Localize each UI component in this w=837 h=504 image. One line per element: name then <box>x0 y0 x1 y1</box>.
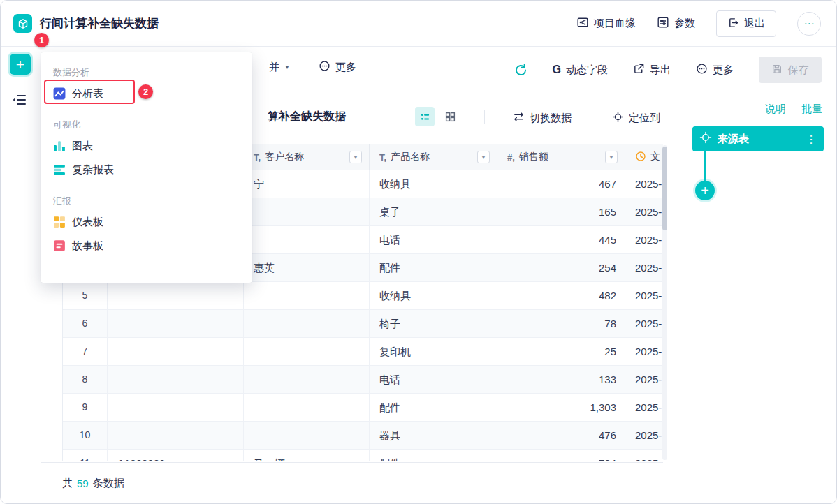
toolbar-more-right-button[interactable]: 更多 <box>696 63 734 77</box>
cell-customer <box>244 338 370 365</box>
add-step-button[interactable]: + <box>695 181 715 200</box>
table-scrollbar <box>662 145 667 460</box>
circle-more-icon <box>319 60 330 74</box>
row-count: 59 <box>77 477 89 489</box>
save-button[interactable]: 保存 <box>759 57 822 83</box>
export-button[interactable]: 导出 <box>633 63 671 77</box>
column-filter-dropdown[interactable]: ▼ <box>605 151 618 163</box>
cell-customer <box>244 198 370 225</box>
cell-customer: 宁 <box>244 170 370 198</box>
cell-sales: 1,303 <box>497 394 625 421</box>
menu-item-complex-report[interactable]: 复杂报表 <box>41 158 252 181</box>
cell-product: 收纳具 <box>370 282 497 309</box>
doc-link[interactable]: 说明 <box>765 103 786 116</box>
cell-customer <box>244 282 370 309</box>
cell-id <box>108 338 244 365</box>
menu-item-label: 复杂报表 <box>72 163 114 177</box>
cell-id <box>108 366 244 393</box>
cell-customer <box>244 366 370 393</box>
table-row[interactable]: 7复印机252025- <box>63 338 663 366</box>
node-menu-button[interactable]: ⋮ <box>806 133 817 146</box>
analysis-table-icon <box>53 87 66 100</box>
table-view-toggle[interactable] <box>415 107 435 126</box>
lineage-icon <box>576 16 589 31</box>
dynamic-field-button[interactable]: Ǥ 动态字段 <box>553 64 608 77</box>
menu-item-chart[interactable]: 图表 <box>41 134 252 158</box>
panel-links: 说明 批量 <box>765 103 822 116</box>
dynamic-field-icon: Ǥ <box>553 64 561 76</box>
plus-icon: + <box>701 184 709 198</box>
toolbar-more-left-button[interactable]: 更多 <box>319 60 356 74</box>
cell-customer <box>244 226 370 253</box>
logout-button[interactable]: 退出 <box>716 10 776 37</box>
menu-item-dashboard[interactable]: 仪表板 <box>41 210 252 234</box>
column-filter-dropdown[interactable]: ▼ <box>477 151 490 163</box>
menu-section-label: 汇报 <box>53 195 240 207</box>
cell-id <box>108 422 244 449</box>
cell-product: 复印机 <box>370 338 497 365</box>
collapse-list-button[interactable] <box>11 91 28 111</box>
cell-date: 2025- <box>625 394 663 421</box>
project-lineage-button[interactable]: 项目血缘 <box>576 16 636 31</box>
table-row[interactable]: 8电话1332025- <box>63 366 663 394</box>
menu-section-label: 可视化 <box>53 119 240 131</box>
cell-date: 2025- <box>625 366 663 393</box>
dynamic-field-label: 动态字段 <box>566 64 608 77</box>
source-table-node[interactable]: 来源表 ⋮ <box>692 126 824 151</box>
cell-product: 配件 <box>370 394 497 421</box>
create-menu-dropdown: 数据分析 分析表 可视化 图表 <box>41 52 252 283</box>
cell-product: 电话 <box>370 226 497 253</box>
merge-dropdown-button[interactable]: 并 ▼ <box>269 61 290 74</box>
cell-sales: 165 <box>497 198 625 225</box>
card-view-toggle[interactable] <box>440 107 460 126</box>
more-label: 更多 <box>713 64 734 77</box>
app-logo-icon <box>13 14 32 33</box>
cell-sales: 445 <box>497 226 625 253</box>
merge-label-partial: 并 <box>269 61 279 74</box>
table-row[interactable]: 9配件1,3032025- <box>63 394 663 422</box>
table-row[interactable]: 5收纳具4822025- <box>63 282 663 310</box>
status-bar: 共 59 条数据 <box>41 462 663 504</box>
table-row[interactable]: 6椅子782025- <box>63 310 663 338</box>
cell-sales: 133 <box>497 366 625 393</box>
text-type-icon: T, <box>254 152 261 163</box>
header-product-name: T, 产品名称 ▼ <box>370 144 497 170</box>
table-row[interactable]: 10器具4762025- <box>63 422 663 450</box>
cell-product: 配件 <box>370 450 497 461</box>
sheet-title-partial: 算补全缺失数据 <box>268 110 346 124</box>
total-suffix: 条数据 <box>93 477 124 490</box>
locate-label: 定位到 <box>629 112 660 125</box>
scrollbar-thumb[interactable] <box>662 147 667 230</box>
cell-product: 配件 <box>370 254 497 281</box>
cell-sales: 25 <box>497 338 625 365</box>
locate-button[interactable]: 定位到 <box>612 111 660 125</box>
cell-sales: 254 <box>497 254 625 281</box>
parameters-button[interactable]: 参数 <box>657 16 695 31</box>
cell-sales: 78 <box>497 310 625 337</box>
list-collapse-icon <box>11 91 28 108</box>
source-node-label: 来源表 <box>718 133 749 146</box>
storyboard-icon <box>53 239 66 252</box>
refresh-button[interactable] <box>514 64 527 77</box>
parameters-icon <box>657 16 669 31</box>
add-node-button[interactable]: + <box>10 54 31 75</box>
table-row[interactable]: 11A1000003马丽娜配件7842025- <box>63 450 663 461</box>
header-customer-name: T, 客户名称 ▼ <box>244 144 370 170</box>
top-header: 行间计算补全缺失数据 项目血缘 <box>1 1 836 47</box>
chevron-down-icon: ▼ <box>284 64 290 71</box>
cell-num: 10 <box>63 422 108 449</box>
switch-data-button[interactable]: 切换数据 <box>513 111 572 125</box>
menu-item-storyboard[interactable]: 故事板 <box>41 234 252 258</box>
batch-link[interactable]: 批量 <box>801 103 822 116</box>
menu-item-label: 仪表板 <box>72 216 103 229</box>
ellipsis-icon: ⋯ <box>804 17 815 30</box>
menu-item-label: 分析表 <box>72 87 103 101</box>
cell-num: 8 <box>63 366 108 393</box>
column-filter-dropdown[interactable]: ▼ <box>349 151 362 163</box>
cell-customer: 惠英 <box>244 254 370 281</box>
clock-icon <box>635 151 646 164</box>
plus-icon: + <box>16 57 24 72</box>
switch-data-label: 切换数据 <box>530 112 572 125</box>
cell-date: 2025- <box>625 198 663 225</box>
header-more-button[interactable]: ⋯ <box>797 12 821 36</box>
